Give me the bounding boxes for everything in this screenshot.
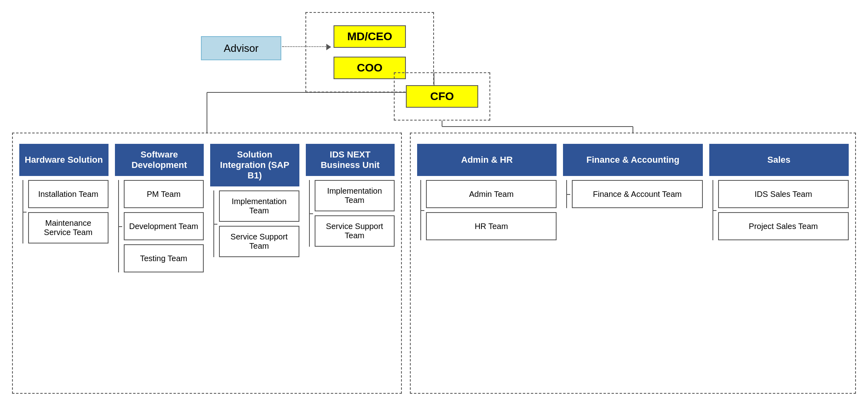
sales-bracket — [709, 180, 717, 240]
software-teams: PM Team Development Team Testing Team — [124, 180, 204, 272]
team-testing: Testing Team — [124, 244, 204, 272]
team-hr: HR Team — [426, 212, 557, 240]
left-departments: Hardware Solution Installation Team Main… — [12, 133, 402, 394]
ids-next-teams: Implementation Team Service Support Team — [315, 180, 395, 247]
advisor-box: Advisor — [201, 36, 281, 60]
admin-hr-teams-container: Admin Team HR Team — [417, 180, 557, 240]
finance-teams: Finance & Account Team — [572, 180, 702, 208]
team-ids-sales: IDS Sales Team — [718, 180, 849, 208]
team-finance-account: Finance & Account Team — [572, 180, 702, 208]
dept-sales-header: Sales — [709, 144, 849, 176]
dept-sales: Sales IDS Sales Team Project Sales Team — [706, 141, 852, 243]
dept-admin-hr-header: Admin & HR — [417, 144, 557, 176]
team-project-sales: Project Sales Team — [718, 212, 849, 240]
org-chart-page: Advisor MD/CEO COO CFO Hardware Solution… — [0, 0, 868, 405]
team-ids-support: Service Support Team — [315, 215, 395, 247]
dept-ids-next: IDS NEXT Business Unit Implementation Te… — [303, 141, 398, 250]
dept-admin-hr: Admin & HR Admin Team HR Team — [414, 141, 560, 243]
team-development: Development Team — [124, 212, 204, 240]
dept-solution-header: Solution Integration (SAP B1) — [210, 144, 299, 186]
team-solution-impl: Implementation Team — [219, 190, 299, 222]
hardware-teams: Installation Team Maintenance Service Te… — [28, 180, 108, 243]
ceo-box: MD/CEO — [334, 25, 406, 48]
dept-hardware-header: Hardware Solution — [19, 144, 108, 176]
software-bracket — [115, 180, 122, 272]
dept-solution: Solution Integration (SAP B1) Implementa… — [207, 141, 303, 260]
team-installation: Installation Team — [28, 180, 108, 208]
dept-finance: Finance & Accounting Finance & Account T… — [560, 141, 706, 211]
solution-teams-container: Implementation Team Service Support Team — [210, 190, 299, 257]
team-solution-support: Service Support Team — [219, 226, 299, 257]
admin-hr-bracket — [417, 180, 424, 240]
software-teams-container: PM Team Development Team Testing Team — [115, 180, 204, 272]
dept-finance-header: Finance & Accounting — [563, 144, 702, 176]
team-ids-impl: Implementation Team — [315, 180, 395, 211]
hardware-teams-container: Installation Team Maintenance Service Te… — [19, 180, 108, 243]
ids-next-teams-container: Implementation Team Service Support Team — [306, 180, 395, 247]
team-pm: PM Team — [124, 180, 204, 208]
cfo-box: CFO — [394, 72, 490, 121]
finance-bracket — [563, 180, 570, 208]
cfo-label: CFO — [406, 85, 478, 108]
finance-teams-container: Finance & Account Team — [563, 180, 702, 208]
sales-teams: IDS Sales Team Project Sales Team — [718, 180, 849, 240]
team-maintenance: Maintenance Service Team — [28, 212, 108, 243]
dept-software-header: Software Development — [115, 144, 204, 176]
team-admin: Admin Team — [426, 180, 557, 208]
admin-hr-teams: Admin Team HR Team — [426, 180, 557, 240]
hardware-bracket — [19, 180, 27, 243]
ids-next-bracket — [306, 180, 313, 247]
solution-teams: Implementation Team Service Support Team — [219, 190, 299, 257]
dept-software: Software Development PM Team Development… — [112, 141, 207, 276]
solution-bracket — [210, 190, 217, 257]
advisor-label: Advisor — [224, 42, 259, 55]
dept-ids-next-header: IDS NEXT Business Unit — [306, 144, 395, 176]
right-departments: Admin & HR Admin Team HR Team Finance & … — [410, 133, 856, 394]
sales-teams-container: IDS Sales Team Project Sales Team — [709, 180, 849, 240]
dept-hardware: Hardware Solution Installation Team Main… — [16, 141, 112, 247]
